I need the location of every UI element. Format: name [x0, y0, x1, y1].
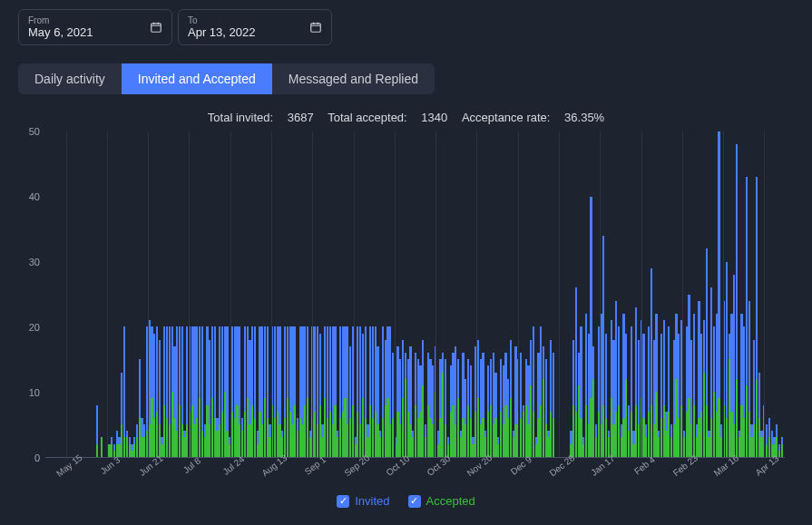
grid-line	[395, 131, 396, 457]
bar-slot	[780, 131, 783, 457]
total-invited-label: Total invited:	[208, 111, 273, 124]
x-axis: May 15Jun 3Jun 21Jul 8Jul 24Aug 13Sep 1S…	[45, 458, 785, 485]
grid-line	[641, 131, 642, 457]
grid-line	[312, 131, 313, 457]
checkbox-icon: ✓	[337, 495, 349, 508]
date-from-value: May 6, 2021	[28, 25, 93, 39]
y-tick: 40	[29, 191, 40, 202]
tab-daily-activity[interactable]: Daily activity	[18, 63, 122, 94]
y-tick: 0	[34, 452, 40, 463]
chart-tabs: Daily activity Invited and Accepted Mess…	[18, 63, 435, 94]
y-tick: 20	[29, 322, 40, 333]
legend-accepted-label: Accepted	[426, 494, 475, 508]
acceptance-rate-label: Acceptance rate:	[462, 111, 551, 124]
grid-line	[518, 131, 519, 457]
date-range-row: From May 6, 2021 To Apr 13, 2022	[18, 9, 794, 45]
grid-line	[107, 131, 108, 457]
grid-line	[764, 131, 765, 457]
grid-line	[230, 131, 231, 457]
grid-line	[476, 131, 477, 457]
chart-summary: Total invited: 3687 Total accepted: 1340…	[18, 111, 794, 124]
grid-line	[354, 131, 355, 457]
total-accepted-value: 1340	[421, 111, 447, 124]
chart-area: 01020304050	[45, 131, 785, 458]
x-tick: Jun 3	[98, 454, 122, 476]
svg-rect-0	[152, 24, 161, 32]
date-from-label: From	[28, 15, 93, 25]
grid-line	[66, 131, 67, 457]
x-tick: Feb 4	[631, 454, 656, 476]
calendar-icon	[150, 21, 162, 34]
total-accepted-label: Total accepted:	[328, 111, 406, 124]
date-to-value: Apr 13, 2022	[188, 25, 255, 39]
chart-plot	[45, 131, 785, 458]
grid-line	[559, 131, 560, 457]
x-tick: Jul 24	[220, 454, 246, 477]
x-tick: Sep 1	[303, 454, 328, 477]
total-invited-value: 3687	[288, 111, 314, 124]
grid-line	[435, 131, 436, 457]
grid-line	[148, 131, 149, 457]
grid-line	[682, 131, 683, 457]
grid-line	[600, 131, 601, 457]
date-to-label: To	[188, 15, 255, 25]
chart-legend: ✓ Invited ✓ Accepted	[18, 494, 794, 508]
y-axis: 01020304050	[18, 131, 44, 458]
legend-invited[interactable]: ✓ Invited	[337, 494, 389, 508]
acceptance-rate-value: 36.35%	[564, 111, 604, 124]
checkbox-icon: ✓	[408, 495, 421, 508]
y-tick: 10	[29, 387, 40, 398]
date-from-picker[interactable]: From May 6, 2021	[18, 9, 172, 45]
date-to-picker[interactable]: To Apr 13, 2022	[178, 9, 332, 45]
legend-accepted[interactable]: ✓ Accepted	[408, 494, 475, 508]
x-tick: Jul 8	[181, 455, 202, 475]
bar-accepted	[781, 444, 783, 457]
x-tick: Dec 9	[508, 454, 533, 477]
chart-bars	[45, 131, 785, 457]
grid-line	[271, 131, 272, 457]
svg-rect-1	[311, 24, 321, 32]
grid-line	[723, 131, 724, 457]
tab-messaged-replied[interactable]: Messaged and Replied	[272, 63, 435, 94]
calendar-icon	[309, 21, 322, 34]
y-tick: 50	[29, 126, 40, 137]
y-tick: 30	[29, 257, 40, 267]
grid-line	[189, 131, 190, 457]
legend-invited-label: Invited	[355, 494, 389, 508]
tab-invited-accepted[interactable]: Invited and Accepted	[122, 63, 272, 94]
